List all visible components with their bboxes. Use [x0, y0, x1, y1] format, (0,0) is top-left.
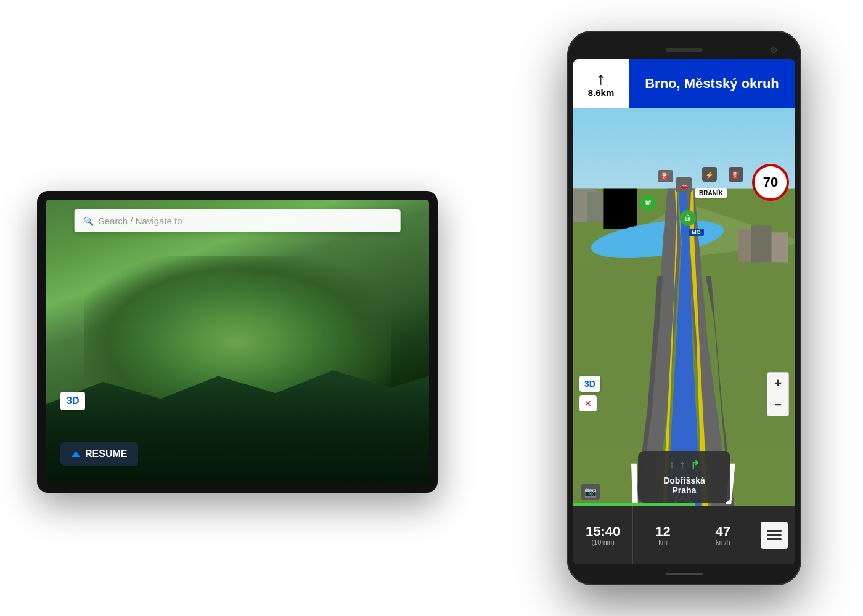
nav-distance-box: ↑ 8.6km [573, 59, 629, 108]
nav-street-box: Brno, Městský okruh [629, 59, 795, 108]
mo-label: MO [689, 229, 704, 236]
speed-limit-value: 70 [763, 174, 778, 190]
nav-bottom-bar: 15:40 (10min) 12 km 47 km/h [573, 506, 795, 564]
nav-distance-value: 8.6km [588, 87, 615, 98]
poi-electric-charge: ⚡ [702, 167, 717, 182]
distance-unit: km [658, 538, 668, 546]
phone-camera [771, 47, 777, 53]
menu-button[interactable] [761, 522, 788, 549]
tablet-map: 🔍 Search / Navigate to 3D RESUME [46, 200, 429, 484]
phone-3d-button[interactable]: 3D [579, 376, 600, 392]
resume-nav-icon [72, 451, 80, 457]
direction-arrows: ↑ ↑ ↱ [648, 458, 721, 472]
search-input-placeholder: Search / Navigate to [99, 216, 182, 226]
svg-rect-21 [751, 225, 772, 262]
tablet-3d-button[interactable]: 3D [60, 392, 85, 410]
scene: 🔍 Search / Navigate to 3D RESUME [0, 0, 863, 616]
phone-map: BRANÍK MO 70 ⛽ ⚡ ⛽ 🏛 [573, 108, 795, 564]
search-icon: 🔍 [83, 216, 94, 226]
current-speed: 47 [716, 525, 730, 538]
zoom-out-button[interactable]: − [767, 394, 789, 416]
zoom-controls: + − [767, 372, 789, 416]
tablet-terrain [46, 200, 429, 484]
speed-camera-icon: 📷 [581, 484, 600, 500]
direction-panel: ↑ ↑ ↱ Dobříšská Praha [638, 451, 730, 503]
tablet-resume-button[interactable]: RESUME [60, 442, 138, 466]
poi-car: 🚗 [676, 177, 692, 192]
nav-direction-arrow: ↑ [597, 70, 605, 87]
bottom-item-menu [753, 506, 795, 564]
branik-label: BRANÍK [695, 188, 727, 198]
phone-screen: ↑ 8.6km Brno, Městský okruh [573, 59, 795, 564]
poi-gas-station-1: ⛽ [658, 170, 673, 182]
dir-arrow-turn: ↱ [690, 458, 700, 472]
poi-green-2: 🏛 [680, 210, 696, 226]
menu-line-3 [767, 538, 782, 540]
phone-speaker [666, 48, 703, 52]
menu-line-2 [767, 534, 782, 536]
phone-device: ↑ 8.6km Brno, Městský okruh [567, 31, 801, 585]
poi-green-1: 🏛 [640, 195, 656, 211]
direction-street-1: Dobříšská [648, 476, 721, 485]
remaining-distance: 12 [655, 525, 670, 538]
bottom-item-time: 15:40 (10min) [573, 506, 633, 564]
poi-gas-station-2: ⛽ [729, 167, 743, 182]
bottom-item-distance: 12 km [633, 506, 693, 564]
zoom-in-button[interactable]: + [767, 372, 789, 394]
dir-arrow-straight-2: ↑ [680, 458, 685, 472]
dir-arrow-straight-1: ↑ [669, 458, 675, 472]
svg-rect-4 [603, 189, 637, 229]
phone-home-bar [666, 573, 703, 575]
nav-header: ↑ 8.6km Brno, Městský okruh [573, 59, 795, 108]
speed-limit-sign: 70 [752, 164, 789, 201]
speed-unit: km/h [716, 538, 730, 546]
bottom-item-speed: 47 km/h [693, 506, 753, 564]
menu-line-1 [767, 530, 782, 532]
phone-close-button[interactable]: ✕ [579, 395, 597, 411]
nav-street-name: Brno, Městský okruh [645, 76, 779, 92]
resume-label: RESUME [85, 448, 127, 460]
eta-time: 15:40 [586, 525, 620, 538]
phone-top-bar [573, 41, 795, 59]
tablet-screen: 🔍 Search / Navigate to 3D RESUME [46, 200, 429, 484]
tablet-device: 🔍 Search / Navigate to 3D RESUME [37, 191, 438, 493]
tablet-search-bar[interactable]: 🔍 Search / Navigate to [75, 209, 401, 232]
direction-street-2: Praha [648, 485, 721, 495]
eta-sub: (10min) [592, 538, 615, 546]
